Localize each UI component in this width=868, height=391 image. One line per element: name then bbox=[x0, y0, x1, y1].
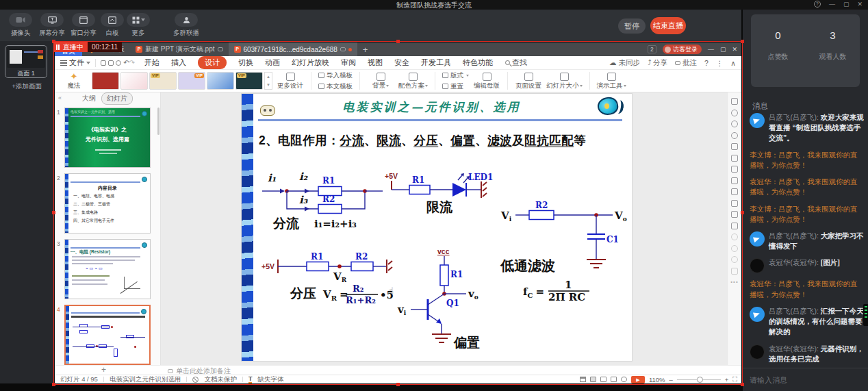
menu-insert[interactable]: 插入 bbox=[171, 58, 186, 68]
more-tools-icon[interactable]: ••• bbox=[730, 279, 738, 285]
print-icon[interactable] bbox=[108, 60, 114, 66]
close-icon[interactable]: ✕ bbox=[857, 1, 863, 8]
collapse-ribbon-icon[interactable]: ∧ bbox=[730, 59, 736, 67]
zoom-slider[interactable] bbox=[677, 379, 721, 380]
minimize-icon[interactable]: — bbox=[829, 1, 835, 8]
export-icon[interactable] bbox=[731, 200, 738, 207]
magic-button[interactable]: ✦ 魔法 bbox=[60, 72, 88, 90]
maximize-icon[interactable]: ▢ bbox=[843, 1, 850, 8]
edit-master-button[interactable]: 编辑母版 bbox=[473, 73, 500, 89]
help-circle-icon[interactable] bbox=[731, 256, 738, 263]
template-thumb[interactable] bbox=[120, 72, 148, 90]
normal-view-icon[interactable] bbox=[590, 377, 596, 382]
menu-features[interactable]: 特色功能 bbox=[463, 58, 493, 68]
help-button[interactable]: ? bbox=[704, 59, 709, 67]
preview-icon[interactable] bbox=[116, 60, 121, 66]
slide-thumb-4-selected[interactable]: 4 bbox=[55, 305, 161, 368]
menu-design[interactable]: 设计 bbox=[198, 56, 227, 69]
tools-icon[interactable] bbox=[731, 143, 738, 150]
play-slideshow-button[interactable]: ▶ bbox=[631, 376, 645, 383]
zoom-out-icon[interactable]: – bbox=[669, 376, 672, 383]
template-thumb[interactable] bbox=[207, 72, 234, 90]
multi-group-broadcast-button[interactable]: 多群联播 bbox=[170, 13, 203, 38]
file-menu[interactable]: 文件 bbox=[60, 58, 90, 68]
theme-toggle-icon[interactable] bbox=[621, 377, 627, 382]
redo-icon[interactable]: ↷ bbox=[129, 59, 135, 66]
tab-new-ppt[interactable]: P 新建 PPT 演示文稿.ppt bbox=[130, 42, 229, 56]
color-scheme-button[interactable]: 配色方案 bbox=[398, 73, 428, 89]
layout-button[interactable]: 版式 bbox=[442, 71, 469, 80]
guest-login-button[interactable]: 访客登录 bbox=[663, 45, 702, 54]
missing-font[interactable]: 缺失字体 bbox=[257, 375, 283, 384]
comment-button[interactable]: 批注 bbox=[675, 58, 697, 68]
panel-scrollbar[interactable] bbox=[157, 108, 159, 135]
wps-minimize-icon[interactable]: — bbox=[708, 46, 714, 53]
capture-handle[interactable] bbox=[52, 211, 55, 214]
share-button[interactable]: ⤴ 分享 bbox=[648, 58, 667, 68]
menu-slideshow[interactable]: 幻灯片放映 bbox=[292, 58, 329, 68]
menu-devtools[interactable]: 开发工具 bbox=[421, 58, 451, 68]
chat-input[interactable] bbox=[743, 368, 868, 391]
current-slide[interactable]: 电装实训之—元件识别、选用 2、电阻作用：分流、限流、分压、偏置、滤波及阻抗匹配… bbox=[242, 94, 632, 361]
protect-status[interactable]: 文档未保护 bbox=[204, 375, 237, 384]
menu-animation[interactable]: 动画 bbox=[265, 58, 280, 68]
pause-button[interactable]: 暂停 bbox=[618, 18, 646, 34]
slide-thumb-1[interactable]: 1 电装实训之—元件识别、选用 《电装实训》之 元件识别、选用篇 bbox=[55, 108, 161, 171]
grid-apps-icon[interactable] bbox=[731, 155, 738, 162]
cloud-icon[interactable] bbox=[731, 121, 738, 127]
sync-status[interactable]: ☁ 未同步 bbox=[609, 58, 640, 68]
fit-screen-icon[interactable]: ⛶ bbox=[732, 375, 737, 383]
picture-icon[interactable] bbox=[731, 211, 738, 218]
template-thumb[interactable]: VIP bbox=[235, 72, 263, 90]
record-icon[interactable] bbox=[731, 234, 738, 240]
capture-handle[interactable] bbox=[741, 40, 744, 43]
notes-toggle-icon[interactable] bbox=[580, 377, 586, 382]
zoom-in-icon[interactable]: + bbox=[725, 376, 729, 383]
slide-size-button[interactable]: 幻灯片大小 bbox=[546, 73, 583, 89]
undo-icon[interactable]: ↶ bbox=[123, 59, 129, 66]
more-design-button[interactable]: 更多设计 bbox=[277, 73, 304, 89]
mail-icon[interactable] bbox=[731, 268, 738, 275]
speaker-icon[interactable] bbox=[731, 223, 738, 229]
reading-view-icon[interactable] bbox=[611, 377, 617, 382]
background-button[interactable]: 背景 bbox=[367, 73, 394, 89]
new-tab-button[interactable]: + bbox=[357, 45, 374, 55]
more-menu-icon[interactable]: ⋮ bbox=[716, 59, 724, 67]
template-thumb[interactable]: VIP bbox=[149, 72, 177, 90]
add-scene-button[interactable]: +添加画面 bbox=[0, 82, 53, 91]
help-icon[interactable]: ? bbox=[814, 1, 821, 8]
doc-template-button[interactable]: 本文模板 bbox=[318, 82, 353, 91]
convert-icon[interactable] bbox=[731, 188, 738, 195]
efficiency-icon[interactable] bbox=[731, 177, 738, 184]
import-template-button[interactable]: 导入模板 bbox=[318, 71, 353, 80]
end-live-button[interactable]: 结束直播 bbox=[650, 17, 686, 34]
menu-security[interactable]: 安全 bbox=[394, 58, 409, 68]
capture-handle[interactable] bbox=[741, 383, 744, 386]
sorter-view-icon[interactable] bbox=[600, 377, 607, 382]
more-button[interactable]: 更多 bbox=[122, 13, 155, 38]
wps-maximize-icon[interactable]: ▢ bbox=[720, 46, 726, 53]
menu-home[interactable]: 开始 bbox=[144, 58, 159, 68]
window-share-button[interactable]: 窗口分享 bbox=[67, 13, 100, 38]
present-tools-button[interactable]: 演示工具 bbox=[597, 73, 626, 89]
save-icon[interactable] bbox=[101, 60, 106, 66]
page-setup-button[interactable]: 页面设置 bbox=[515, 73, 542, 89]
template-thumb[interactable] bbox=[92, 72, 119, 90]
template-scroll[interactable]: ▲▼ bbox=[264, 72, 272, 90]
shapes-icon[interactable] bbox=[731, 110, 738, 116]
tab-slides[interactable]: 幻灯片 bbox=[101, 92, 133, 105]
member-icon[interactable] bbox=[731, 98, 738, 105]
mention-icon[interactable] bbox=[731, 132, 738, 139]
find-button[interactable]: 查找 bbox=[505, 58, 527, 68]
menu-review[interactable]: 审阅 bbox=[341, 58, 356, 68]
tab-current-doc[interactable]: P 603f77c1918c...ed9cdaa2e688 bbox=[229, 42, 357, 56]
history-icon[interactable] bbox=[731, 245, 738, 252]
reset-button[interactable]: 重置 bbox=[442, 82, 469, 91]
capture-handle[interactable] bbox=[396, 40, 400, 43]
scene-thumbnail[interactable]: 画面 1 bbox=[5, 45, 47, 78]
menu-view[interactable]: 视图 bbox=[368, 58, 383, 68]
messages-list[interactable]: 吕彦飞(吕彦飞): 欢迎大家来观看直播 “制造团队挑战赛选手交流”。 李文博：吕… bbox=[750, 112, 864, 362]
tab-outline[interactable]: 大纲 bbox=[82, 94, 96, 103]
zoom-level[interactable]: 110% bbox=[649, 376, 665, 383]
slide-thumb-3[interactable]: 3 一、电阻 (Resistor) ⌁▭⌁▭ bbox=[55, 239, 161, 302]
